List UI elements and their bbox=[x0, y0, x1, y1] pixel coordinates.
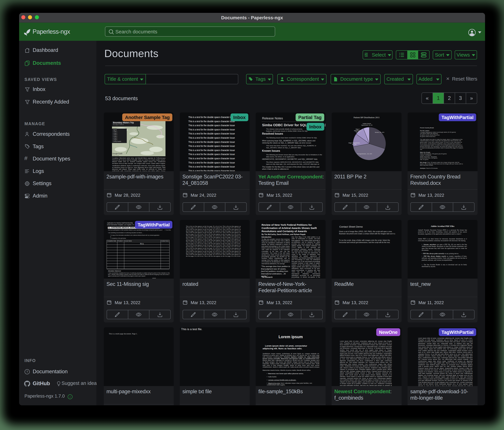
svg-text:?: ? bbox=[26, 370, 28, 374]
svg-text:i: i bbox=[70, 395, 71, 399]
